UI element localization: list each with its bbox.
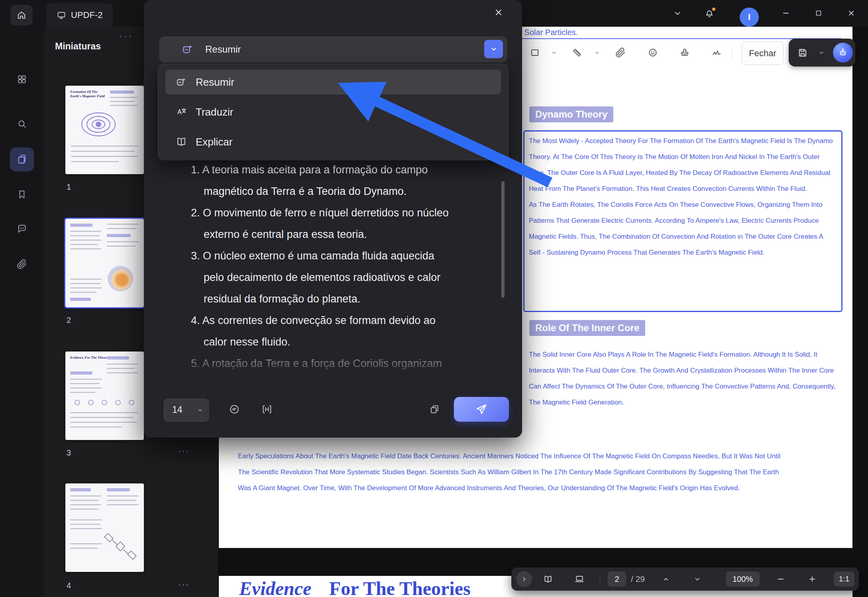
- shape-tool-button[interactable]: [526, 44, 544, 61]
- dialog-close-button[interactable]: [490, 4, 507, 21]
- prompt-options-button[interactable]: [484, 40, 503, 58]
- thumbnail-page-3[interactable]: Evidence For The Theories: [65, 352, 144, 440]
- reading-mode-button[interactable]: [541, 572, 555, 586]
- chevron-down-icon: [818, 49, 825, 56]
- zoom-level-display[interactable]: 100%: [726, 571, 760, 587]
- modal-scrollbar[interactable]: [501, 181, 505, 298]
- maximize-button[interactable]: [810, 4, 827, 22]
- previous-page-button[interactable]: [659, 573, 673, 585]
- sidebar-item-apps[interactable]: [12, 70, 31, 89]
- font-size-select[interactable]: 14: [164, 399, 209, 422]
- chevron-down-icon: [550, 49, 558, 56]
- left-sidebar: [0, 27, 44, 597]
- shape-tool-chevron[interactable]: [548, 44, 560, 61]
- thumbnail-more-button[interactable]: ···: [178, 581, 196, 592]
- sidebar-item-bookmarks[interactable]: [12, 185, 31, 204]
- divider: [600, 573, 600, 585]
- paragraph: Early Speculations About The Earth's Mag…: [238, 448, 793, 496]
- paper-plane-icon: [476, 404, 487, 415]
- copy-button[interactable]: [426, 401, 443, 418]
- save-options-chevron[interactable]: [815, 44, 828, 61]
- chevron-up-icon: [662, 575, 670, 583]
- sidebar-item-search[interactable]: [12, 114, 31, 134]
- ruler-icon: [572, 47, 582, 58]
- notifications-button[interactable]: [701, 4, 718, 22]
- document-tab[interactable]: UPDF-2: [46, 3, 113, 27]
- ai-assistant-dialog: Resumir 1. A teoria mais aceita para a f…: [144, 0, 522, 438]
- satellite-figure: [104, 531, 137, 562]
- account-avatar[interactable]: I: [740, 8, 759, 27]
- comment-icon: [17, 224, 27, 234]
- next-page-button[interactable]: [690, 573, 705, 585]
- zoom-out-button[interactable]: [774, 572, 788, 586]
- attach-tool-button[interactable]: [612, 44, 629, 61]
- chevron-down-icon: [489, 45, 498, 53]
- zoom-in-button[interactable]: [805, 572, 819, 586]
- menu-item-traduzir[interactable]: Traduzir: [165, 100, 501, 124]
- selection-edge: [498, 38, 841, 39]
- expand-bar-button[interactable]: [516, 571, 532, 587]
- bookmark-icon: [17, 189, 27, 200]
- moon-phases-figure: [73, 399, 136, 406]
- menu-item-label: Explicar: [196, 136, 232, 148]
- minimize-button[interactable]: [777, 4, 795, 22]
- paragraph: As The Earth Rotates, The Coriolis Force…: [529, 197, 837, 261]
- fit-actual-size-button[interactable]: 1:1: [834, 571, 854, 587]
- thumbnail-number: 2: [67, 316, 71, 325]
- plus-icon: [807, 574, 817, 584]
- measure-tool-chevron[interactable]: [591, 44, 603, 61]
- translate-icon: [176, 106, 187, 118]
- presentation-mode-button[interactable]: [572, 572, 587, 586]
- send-button[interactable]: [454, 397, 509, 422]
- chevron-right-icon: [520, 575, 528, 583]
- next-section-heading: For The Theories: [329, 577, 471, 597]
- sticker-tool-button[interactable]: [644, 44, 662, 61]
- thumbnail-more-button[interactable]: ···: [178, 447, 196, 458]
- earth-core-figure: [108, 266, 133, 291]
- next-section-heading: Evidence: [239, 577, 311, 597]
- apps-grid-icon: [17, 74, 27, 84]
- menu-item-explicar[interactable]: Explicar: [165, 130, 501, 154]
- close-window-button[interactable]: [842, 4, 860, 22]
- copy-icon: [429, 404, 440, 415]
- format-heading-button[interactable]: [259, 401, 275, 418]
- paperclip-icon: [615, 47, 626, 58]
- sidebar-item-thumbnails[interactable]: [10, 147, 34, 171]
- save-button[interactable]: [794, 44, 811, 61]
- ai-assistant-button[interactable]: [833, 43, 853, 63]
- collapse-toolbar-button[interactable]: [669, 4, 686, 22]
- chevron-down-icon: [672, 8, 683, 18]
- ai-robot-icon: [837, 47, 849, 59]
- ai-prompt-input[interactable]: Resumir: [159, 37, 507, 62]
- measure-tool-button[interactable]: [568, 44, 586, 61]
- page-number-input[interactable]: 2: [608, 571, 626, 587]
- ai-action-menu: Resumir Traduzir Explicar: [158, 64, 509, 160]
- menu-item-resumir[interactable]: Resumir: [165, 70, 501, 94]
- thumbnail-number: 1: [67, 183, 71, 192]
- page-navigation-bar: 2 / 29 100% 1:1: [511, 568, 859, 591]
- ai-sparkle-icon: [181, 42, 195, 57]
- sidebar-item-comments[interactable]: [12, 219, 31, 238]
- sidebar-item-attachments[interactable]: [12, 255, 31, 274]
- thumbnail-page-4[interactable]: [65, 483, 144, 572]
- thumbnail-number: 3: [67, 448, 71, 458]
- signature-tool-button[interactable]: [708, 44, 725, 61]
- fechar-button[interactable]: Fechar: [742, 41, 784, 65]
- section2-text: The Solid Inner Core Also Plays A Role I…: [529, 347, 837, 410]
- field-lines-figure: [77, 109, 120, 140]
- book-icon: [176, 136, 187, 147]
- thumbnail-page-1[interactable]: Formation Of The Earth's Magnetic Field: [65, 86, 144, 174]
- chevron-down-icon: [693, 575, 702, 583]
- thumbnail-page-2[interactable]: [65, 219, 144, 307]
- laptop-icon: [574, 574, 585, 584]
- menu-item-label: Traduzir: [196, 106, 233, 118]
- toolbar-divider: [732, 46, 732, 59]
- quote-button[interactable]: [226, 401, 243, 418]
- paragraph: The Most Widely - Accepted Theory For Th…: [529, 133, 837, 197]
- updf-logo[interactable]: [12, 595, 31, 597]
- stamp-tool-button[interactable]: [676, 44, 693, 61]
- home-button[interactable]: [10, 5, 33, 26]
- chevron-down-icon: [196, 399, 204, 421]
- panel-drag-handle[interactable]: ···: [119, 30, 133, 42]
- toolbar-right-group: [789, 39, 855, 67]
